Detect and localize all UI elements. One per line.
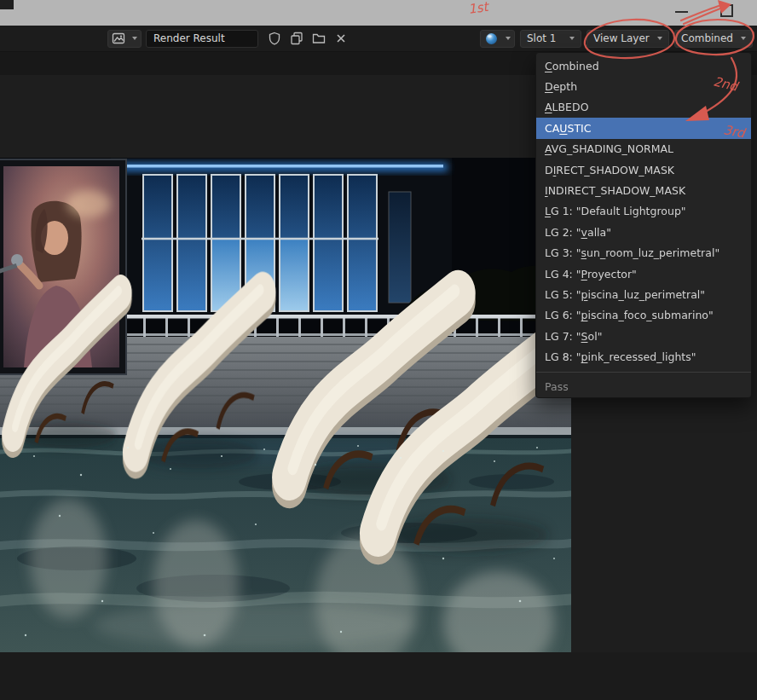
slot-select[interactable]: Slot 1 [520, 30, 581, 48]
new-image-button[interactable] [286, 30, 306, 48]
image-editor-header: Render Result [0, 26, 757, 52]
pass-option-lg-2-valla[interactable]: LG 2: "valla" [536, 222, 751, 242]
image-preview-button[interactable] [480, 30, 515, 48]
shield-icon [268, 32, 281, 45]
image-name-field[interactable]: Render Result [146, 30, 258, 48]
chevron-down-icon [569, 37, 575, 40]
pass-option-lg-5-piscina-luz-perimetral[interactable]: LG 5: "piscina_luz_perimetral" [536, 284, 751, 304]
slot-select-value: Slot 1 [527, 32, 556, 44]
titlebar-corner [0, 0, 14, 9]
pass-option-direct-shadow-mask[interactable]: DIRECT_SHADOW_MASK [536, 159, 751, 180]
pass-option-lg-8-pink-recessed-lights[interactable]: LG 8: "pink_recessed_lights" [536, 346, 751, 367]
open-image-button[interactable] [309, 30, 328, 48]
close-x-icon [334, 32, 348, 45]
chevron-down-icon [506, 37, 511, 40]
fake-user-button[interactable] [264, 30, 284, 48]
pass-option-indirect-shadow-mask[interactable]: INDIRECT_SHADOW_MASK [536, 180, 751, 200]
pass-option-lg-1-default-lightgroup[interactable]: LG 1: "Default Lightgroup" [536, 201, 751, 222]
maximize-icon[interactable] [720, 4, 733, 17]
pass-option-caustic[interactable]: CAUSTIC [536, 118, 751, 138]
duplicate-icon [290, 32, 303, 45]
pass-option-avg-shading-normal[interactable]: AVG_SHADING_NORMAL [536, 139, 751, 159]
pass-option-list: CombinedDepthALBEDOCAUSTICAVG_SHADING_NO… [536, 55, 751, 367]
blender-window: Render Result [0, 0, 757, 700]
minimize-icon[interactable] [675, 11, 688, 13]
pass-option-lg-6-piscina-foco-submarino[interactable]: LG 6: "piscina_foco_submarino" [536, 305, 751, 326]
render-image[interactable] [0, 158, 571, 652]
view-layer-select-value: View Layer [593, 32, 650, 44]
pass-dropdown-menu: CombinedDepthALBEDOCAUSTICAVG_SHADING_NO… [535, 52, 752, 398]
pass-option-albedo[interactable]: ALBEDO [536, 97, 751, 118]
menu-separator [536, 372, 751, 373]
view-layer-select[interactable]: View Layer [587, 30, 669, 48]
editor-bottom-area [0, 652, 757, 700]
blue-sphere-icon [484, 32, 499, 46]
window-titlebar [0, 0, 757, 26]
chevron-down-icon [132, 37, 137, 40]
pass-select[interactable]: Combined [674, 30, 753, 48]
image-icon [112, 32, 125, 45]
pass-option-combined[interactable]: Combined [536, 55, 751, 76]
chevron-down-icon [741, 37, 746, 40]
pass-select-value: Combined [681, 32, 733, 44]
pass-option-lg-4-proyector[interactable]: LG 4: "Proyector" [536, 263, 751, 284]
folder-icon [312, 32, 326, 45]
chevron-down-icon [657, 37, 662, 40]
pass-option-depth[interactable]: Depth [536, 76, 751, 96]
pass-option-lg-3-sun-room-luz-perimetral[interactable]: LG 3: "sun_room_luz_perimetral" [536, 243, 751, 263]
menu-section-label: Pass [536, 376, 751, 397]
unlink-image-button[interactable] [331, 30, 350, 48]
image-browse-button[interactable] [107, 30, 142, 48]
pass-option-lg-7-sol[interactable]: LG 7: "Sol" [536, 326, 751, 346]
